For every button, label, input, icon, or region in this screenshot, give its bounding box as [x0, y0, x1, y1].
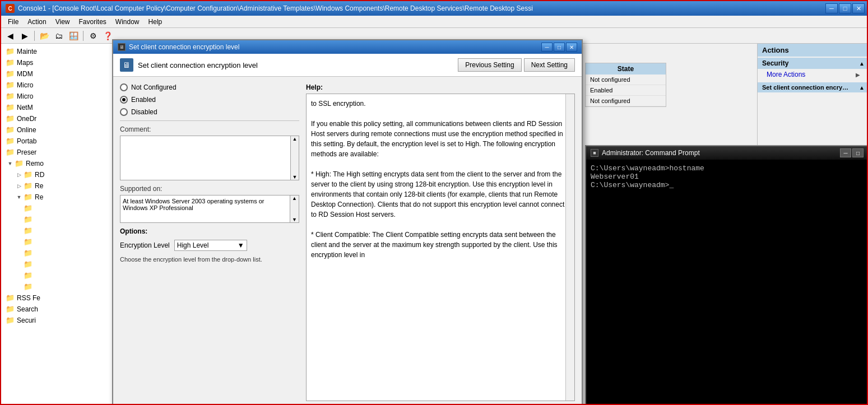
up-button[interactable]: 📂: [38, 30, 51, 42]
cmd-icon: ■: [591, 149, 598, 157]
sidebar-item-securi[interactable]: Securi: [1, 315, 113, 326]
supported-scroll-up[interactable]: ▲: [290, 195, 299, 201]
radio-circle-disabled: [120, 108, 128, 116]
sidebar-label: Micro: [17, 81, 33, 89]
dialog-close-button[interactable]: ✕: [566, 43, 577, 52]
forward-button[interactable]: ▶: [18, 30, 31, 42]
folder-icon: [24, 271, 33, 280]
menu-file[interactable]: File: [3, 17, 23, 27]
menu-view[interactable]: View: [51, 17, 75, 27]
supported-section: Supported on: At least Windows Server 20…: [120, 185, 299, 223]
actions-section-policy: Set client connection encryption level ▲: [758, 81, 868, 94]
comment-scroll-down[interactable]: ▼: [291, 174, 299, 180]
sidebar-item-sub6[interactable]: [1, 259, 113, 270]
previous-setting-button[interactable]: Previous Setting: [458, 58, 521, 72]
security-section-title[interactable]: Security ▲: [758, 58, 868, 69]
actions-header: Actions: [758, 44, 868, 57]
sidebar-item-mainte[interactable]: Mainte: [1, 46, 113, 57]
chevron-up-icon2: ▲: [859, 85, 865, 91]
folder-icon: [6, 148, 15, 157]
sidebar-item-sub4[interactable]: [1, 236, 113, 248]
radio-label-not-configured: Not Configured: [131, 83, 177, 91]
sidebar-item-maps[interactable]: Maps: [1, 57, 113, 68]
new-window-button[interactable]: 🪟: [67, 30, 80, 42]
sidebar-item-mdm[interactable]: MDM: [1, 68, 113, 80]
sidebar-label: Remo: [26, 160, 44, 167]
dialog-minimize-button[interactable]: ─: [541, 43, 553, 52]
sidebar-label: Search: [17, 305, 38, 313]
sidebar-item-remo[interactable]: ▼ Remo: [1, 158, 113, 169]
sidebar-item-sub2[interactable]: [1, 214, 113, 225]
menu-help[interactable]: Help: [144, 17, 167, 27]
dialog-header-left: 🖥 Set client connection encryption level: [120, 58, 258, 72]
cmd-line-1: C:\Users\wayneadm>hostname: [591, 164, 864, 173]
sidebar-item-sub5[interactable]: [1, 248, 113, 259]
help-content[interactable]: to SSL encryption. If you enable this po…: [306, 94, 575, 401]
dialog-header: 🖥 Set client connection encryption level…: [113, 54, 582, 77]
dialog-left-pane: Not Configured Enabled Disabled Comment:: [120, 83, 299, 401]
cmd-title-bar: ■ Administrator: Command Prompt ─ □: [586, 146, 868, 160]
encryption-select[interactable]: High Level ▼: [174, 240, 247, 251]
more-actions-item[interactable]: More Actions ▶: [758, 69, 868, 80]
sidebar-item-sub7[interactable]: [1, 270, 113, 281]
maximize-button[interactable]: □: [839, 3, 851, 13]
sidebar-label: Online: [17, 126, 36, 134]
radio-not-configured[interactable]: Not Configured: [120, 83, 299, 91]
folder-icon: [24, 282, 33, 291]
sidebar-item-sub8[interactable]: [1, 281, 113, 292]
dropdown-arrow-icon: ▼: [238, 241, 244, 249]
show-hide-button[interactable]: 🗂: [52, 30, 66, 42]
menu-action[interactable]: Action: [23, 17, 50, 27]
sidebar-item-netm[interactable]: NetM: [1, 102, 113, 113]
sidebar-item-rd[interactable]: ▷ RD: [1, 169, 113, 180]
dialog-nav-buttons: Previous Setting Next Setting: [458, 58, 575, 72]
sidebar-item-online[interactable]: Online: [1, 124, 113, 136]
close-button[interactable]: ✕: [852, 3, 865, 13]
state-header: State: [586, 63, 666, 75]
radio-disabled[interactable]: Disabled: [120, 108, 299, 116]
encryption-label: Encryption Level: [120, 241, 170, 249]
menu-favorites[interactable]: Favorites: [75, 17, 111, 27]
state-row-1: Not configured: [586, 75, 666, 85]
chevron-up-icon: ▲: [859, 60, 865, 67]
state-label-3: Not configured: [590, 97, 630, 104]
folder-icon: [15, 159, 24, 168]
comment-textarea[interactable]: [120, 136, 291, 180]
dialog-maximize-button[interactable]: □: [554, 43, 565, 52]
minimize-button[interactable]: ─: [825, 3, 838, 13]
sidebar-item-re1[interactable]: ▷ Re: [1, 180, 113, 192]
sidebar-item-sub3[interactable]: [1, 225, 113, 236]
title-bar-left: C Console1 - [Console Root\Local Compute…: [6, 4, 533, 13]
sidebar-item-oned[interactable]: OneDr: [1, 113, 113, 124]
sidebar-item-portab[interactable]: Portab: [1, 136, 113, 147]
radio-enabled[interactable]: Enabled: [120, 96, 299, 104]
properties-button[interactable]: ⚙: [86, 30, 100, 42]
dialog-right-pane: Help: to SSL encryption. If you enable t…: [306, 83, 575, 401]
folder-icon: [24, 249, 33, 258]
dialog-title-left: 🖥 Set client connection encryption level: [118, 43, 239, 51]
next-setting-button[interactable]: Next Setting: [524, 58, 575, 72]
menu-window[interactable]: Window: [111, 17, 144, 27]
comment-scroll-up[interactable]: ▲: [291, 136, 299, 142]
sidebar-item-micro1[interactable]: Micro: [1, 80, 113, 91]
cmd-minimize-button[interactable]: ─: [840, 148, 851, 157]
policy-section-title[interactable]: Set client connection encryption level ▲: [758, 82, 868, 92]
sidebar-item-preser[interactable]: Preser: [1, 147, 113, 158]
cmd-maximize-button[interactable]: □: [852, 148, 864, 157]
folder-icon: [24, 193, 33, 202]
folder-icon: [6, 69, 15, 78]
folder-icon: [6, 137, 15, 146]
sidebar-item-micro2[interactable]: Micro: [1, 91, 113, 102]
radio-circle-enabled: [120, 96, 128, 104]
sidebar-item-rssfe[interactable]: RSS Fe: [1, 292, 113, 304]
comment-section: Comment: ▲ ▼: [120, 125, 299, 180]
sidebar-item-sub1[interactable]: [1, 203, 113, 214]
sidebar-item-re2[interactable]: ▼ Re: [1, 192, 113, 203]
state-label-1: Not configured: [590, 76, 630, 83]
sidebar-label: Securi: [17, 316, 36, 324]
help-text: to SSL encryption. If you enable this po…: [311, 100, 564, 259]
help-scrollbar[interactable]: [565, 94, 574, 401]
supported-scroll-down[interactable]: ▼: [290, 217, 299, 222]
sidebar-item-search[interactable]: Search: [1, 304, 113, 315]
back-button[interactable]: ◀: [3, 30, 17, 42]
